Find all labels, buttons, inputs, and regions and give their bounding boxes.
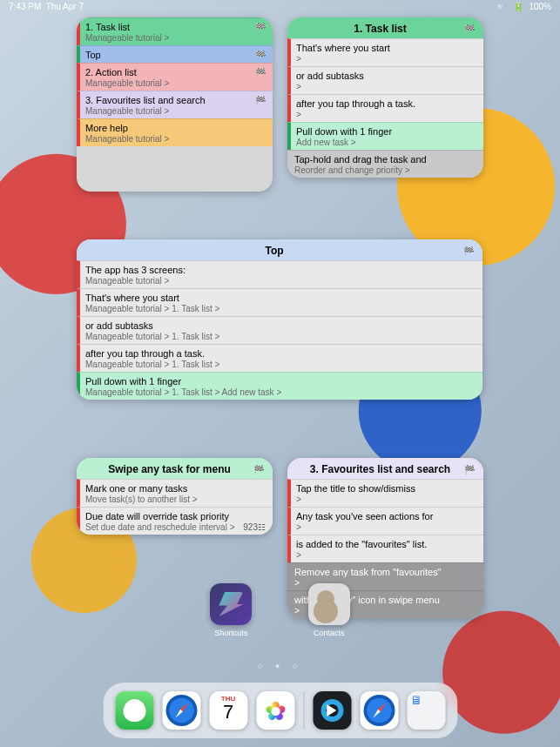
flag-icon: 🏁 <box>253 465 264 474</box>
item-title: Pull down with 1 finger <box>296 126 476 137</box>
item-note: 923☷ <box>243 522 266 532</box>
item-title: Remove any task from "favourites" <box>294 567 476 577</box>
list-item[interactable]: or add subtasksManageable tutorial > 1. … <box>77 316 482 344</box>
home-apps: Shortcuts Contacts <box>0 583 560 637</box>
list-item[interactable]: 3. Favourites list and searchManageable … <box>77 91 273 118</box>
dock: THU 7 <box>103 683 457 738</box>
item-subtitle: Reorder and change priority > <box>294 165 476 175</box>
list-item[interactable]: Tap-hold and drag the task andReorder an… <box>287 150 483 178</box>
item-subtitle: > <box>296 82 476 91</box>
widget-header: Swipe any task for menu 🏁 <box>77 458 273 479</box>
app-contacts[interactable]: Contacts <box>308 583 350 637</box>
list-item[interactable]: Pull down with 1 fingerAdd new task > <box>287 122 483 150</box>
item-subtitle: Manageable tutorial > 1. Task list > <box>85 332 476 341</box>
widget-header: 3. Favourites list and search 🏁 <box>287 458 483 479</box>
dock-recent-3[interactable] <box>407 691 445 730</box>
widget-header: Top 🏁 <box>77 239 482 260</box>
item-subtitle: Set due date and reschedule interval > <box>85 522 266 532</box>
flag-icon: 🏁 <box>255 96 266 105</box>
item-title: That's where you start <box>85 293 476 303</box>
item-subtitle: > <box>296 522 476 532</box>
item-title: The app has 3 screens: <box>85 265 476 275</box>
list-item[interactable]: after you tap through a task.Manageable … <box>77 344 482 372</box>
app-shortcuts[interactable]: Shortcuts <box>210 583 252 637</box>
item-subtitle: Manageable tutorial > <box>85 276 476 286</box>
dock-recent-1[interactable] <box>313 691 351 730</box>
item-title: 1. Task list <box>85 22 266 32</box>
list-item[interactable]: That's where you startManageable tutoria… <box>77 288 482 316</box>
widget-top[interactable]: Top 🏁 The app has 3 screens:Manageable t… <box>77 239 482 400</box>
widget-header: 1. Task list 🏁 <box>287 17 483 38</box>
item-subtitle: Manageable tutorial > <box>85 78 266 88</box>
dock-calendar[interactable]: THU 7 <box>209 691 247 730</box>
list-item[interactable]: That's where you start> <box>287 38 483 66</box>
list-item[interactable]: after you tap through a task.> <box>287 94 483 122</box>
status-date: Thu Apr 7 <box>46 2 84 11</box>
list-item[interactable]: 2. Action listManageable tutorial >🏁 <box>77 63 273 91</box>
widget-title: 3. Favourites list and search <box>296 463 464 475</box>
widget-title: Swipe any task for menu <box>85 463 253 475</box>
item-title: Tap-hold and drag the task and <box>294 154 476 165</box>
item-title: That's where you start <box>296 43 476 53</box>
app-label: Contacts <box>308 629 350 637</box>
flag-icon: 🏁 <box>255 68 266 77</box>
list-item[interactable]: is added to the "favourites" list.> <box>287 535 483 562</box>
list-item[interactable]: Top🏁 <box>77 45 273 63</box>
flag-icon: 🏁 <box>255 50 266 60</box>
widget-task-list-detail[interactable]: 1. Task list 🏁 That's where you start>or… <box>287 17 483 178</box>
item-title: Due date will override task priority <box>85 511 266 522</box>
dock-separator <box>303 691 304 730</box>
page-indicator[interactable]: ○ ● ○ <box>0 662 560 670</box>
item-title: is added to the "favourites" list. <box>296 539 476 549</box>
list-item[interactable]: or add subtasks> <box>287 66 483 94</box>
widget-title: 1. Task list <box>296 23 464 35</box>
flag-icon: 🏁 <box>463 246 474 256</box>
shortcuts-icon <box>210 583 252 625</box>
item-title: Mark one or many tasks <box>85 483 266 494</box>
item-title: Top <box>85 50 266 60</box>
dock-safari[interactable] <box>162 691 200 730</box>
contacts-icon <box>308 583 350 625</box>
dock-messages[interactable] <box>115 691 153 730</box>
item-title: or add subtasks <box>85 320 476 331</box>
flag-icon: 🏁 <box>255 23 266 32</box>
list-item[interactable]: Tap the title to show/dismiss> <box>287 479 483 507</box>
item-subtitle: Move task(s) to another list > <box>85 495 266 504</box>
flag-icon: 🏁 <box>464 465 475 474</box>
list-item[interactable]: More helpManageable tutorial > <box>77 118 273 146</box>
item-subtitle: Manageable tutorial > <box>85 134 266 144</box>
item-title: More help <box>85 123 266 133</box>
list-item[interactable]: The app has 3 screens:Manageable tutoria… <box>77 260 482 288</box>
widget-title: Top <box>85 245 463 257</box>
item-title: after you tap through a task. <box>296 98 476 109</box>
item-subtitle: > <box>296 495 476 504</box>
item-title: Pull down with 1 finger <box>85 376 476 387</box>
app-label: Shortcuts <box>210 629 252 637</box>
list-item[interactable]: Pull down with 1 fingerManageable tutori… <box>77 372 482 400</box>
item-subtitle: Add new task > <box>296 138 476 147</box>
item-subtitle: > <box>296 110 476 119</box>
widget-task-list-summary[interactable]: 1. Task listManageable tutorial >🏁Top🏁2.… <box>77 17 273 192</box>
list-item[interactable]: Due date will override task prioritySet … <box>77 507 273 535</box>
item-subtitle: Manageable tutorial > 1. Task list > Add… <box>85 387 476 397</box>
flag-icon: 🏁 <box>464 24 475 34</box>
item-subtitle: Manageable tutorial > <box>85 33 266 43</box>
list-item[interactable]: Mark one or many tasksMove task(s) to an… <box>77 479 273 507</box>
dock-photos[interactable] <box>256 691 294 730</box>
item-title: 2. Action list <box>85 67 266 77</box>
item-title: Any task you've seen actions for <box>296 511 476 522</box>
dock-recent-2[interactable] <box>360 691 398 730</box>
status-bar: 7:43 PM Thu Apr 7 ᯤ 🔋100% <box>0 0 560 16</box>
list-item[interactable]: Any task you've seen actions for> <box>287 507 483 535</box>
battery-pct: 100% <box>529 2 551 11</box>
list-item[interactable]: 1. Task listManageable tutorial >🏁 <box>77 17 273 45</box>
calendar-day: 7 <box>209 703 247 722</box>
item-subtitle: Manageable tutorial > 1. Task list > <box>85 360 476 369</box>
widget-swipe-menu[interactable]: Swipe any task for menu 🏁 Mark one or ma… <box>77 458 273 535</box>
item-title: 3. Favourites list and search <box>85 95 266 105</box>
item-subtitle: > <box>296 550 476 560</box>
status-time: 7:43 PM <box>9 2 41 11</box>
item-subtitle: > <box>296 54 476 64</box>
battery-icon: 🔋 <box>513 2 523 11</box>
item-title: or add subtasks <box>296 71 476 81</box>
